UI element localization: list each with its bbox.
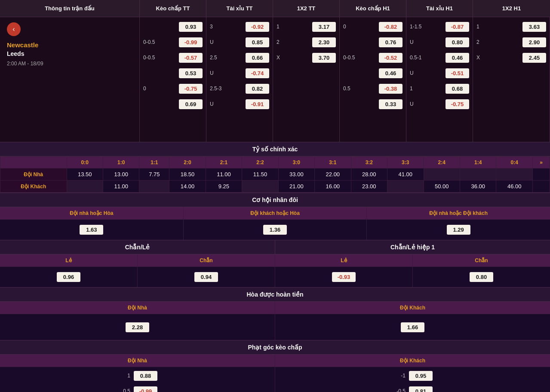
- odds-box[interactable]: -0.75: [179, 84, 203, 94]
- phatgoc-box[interactable]: 0.95: [409, 371, 433, 381]
- odds-box[interactable]: 0.93: [179, 22, 203, 32]
- score-home-label: Đội Nhà: [0, 168, 67, 181]
- score-away-cell[interactable]: 16.00: [315, 181, 351, 193]
- score-home-cell[interactable]: 33.00: [278, 168, 314, 181]
- odds-row: 0.33: [341, 97, 404, 111]
- phatgoc-box[interactable]: 0.88: [134, 371, 157, 381]
- odds-box[interactable]: -0.75: [446, 99, 469, 109]
- score-away-cell[interactable]: 11.00: [103, 181, 139, 193]
- odds-box[interactable]: -0.38: [379, 84, 403, 94]
- odds-box[interactable]: -0.51: [446, 68, 469, 78]
- score-away-cell[interactable]: 50.00: [424, 181, 460, 193]
- odds-box[interactable]: 2.30: [312, 37, 336, 47]
- odds-box[interactable]: 0.33: [379, 99, 403, 109]
- match-info-col: ‹ Newcastle Leeds 2:00 AM - 18/09: [0, 17, 140, 142]
- odds-box[interactable]: 0.53: [179, 68, 203, 78]
- double-chance-values: 1.63 1.36 1.29: [0, 220, 550, 240]
- odds-box[interactable]: 3.70: [312, 53, 336, 63]
- hoa-home-value: 2.28: [0, 314, 275, 340]
- score-home-cell[interactable]: 13.50: [67, 168, 103, 181]
- odds-box[interactable]: -0.87: [446, 22, 469, 32]
- score-away-cell[interactable]: 14.00: [169, 181, 206, 193]
- score-away-cell[interactable]: 23.00: [351, 181, 387, 193]
- odds-box[interactable]: 0.69: [179, 99, 203, 109]
- phatgoc-home-header: Đội Nhà: [0, 355, 275, 367]
- phatgoc-home: Đội Nhà 10.880.5-0.991.5-0.76: [0, 355, 275, 392]
- odds-row: 0-0.82: [341, 20, 404, 34]
- odds-box[interactable]: -0.82: [379, 22, 403, 32]
- odds-box[interactable]: 0.46: [446, 53, 469, 63]
- odds-box[interactable]: 2.90: [522, 37, 546, 47]
- header-taixiu-h1: Tài xỉu H1: [406, 0, 473, 17]
- score-away-cell: [387, 181, 424, 193]
- chanle-chan-box[interactable]: 0.94: [194, 272, 218, 282]
- dc-val-3: 1.29: [367, 220, 550, 240]
- score-away-cell[interactable]: 21.00: [278, 181, 314, 193]
- score-home-cell[interactable]: 13.00: [103, 168, 139, 181]
- keochap-h1-col: 0-0.820.760-0.5-0.520.460.5-0.380.33: [340, 17, 406, 142]
- score-home-cell[interactable]: 41.00: [387, 168, 424, 181]
- odds-box[interactable]: -0.92: [246, 22, 269, 32]
- phatgoc-row: -10.95: [277, 369, 548, 383]
- odds-box[interactable]: -0.91: [246, 99, 269, 109]
- odds-row: 13.17: [275, 20, 338, 34]
- phatgoc-box[interactable]: -0.99: [134, 386, 157, 392]
- score-home-cell[interactable]: 22.00: [315, 168, 351, 181]
- odds-label: X: [277, 55, 289, 61]
- odds-row: X3.70: [275, 51, 338, 64]
- score-header-cell: 2:0: [169, 157, 206, 168]
- odds-label: U: [210, 101, 223, 107]
- odds-box[interactable]: 0.80: [446, 37, 469, 47]
- dc-box-1[interactable]: 1.63: [80, 225, 103, 235]
- chanle-titles-row: Chẵn/Lẻ Chẵn/Lẻ hiệp 1: [0, 240, 550, 254]
- score-home-cell[interactable]: 11.50: [242, 168, 278, 181]
- odds-box[interactable]: 0.66: [246, 53, 269, 63]
- chanle-le-box[interactable]: 0.96: [57, 272, 80, 282]
- hoa-home-box[interactable]: 2.28: [126, 322, 149, 332]
- phatgoc-row: 10.88: [2, 369, 273, 383]
- header-taixiu-tt: Tài xỉu TT: [206, 0, 273, 17]
- score-home-cell[interactable]: 18.50: [169, 168, 206, 181]
- odds-label: U: [410, 39, 423, 45]
- odds-label: 0-0.5: [343, 55, 356, 61]
- hoa-away-box[interactable]: 1.66: [401, 322, 424, 332]
- back-button[interactable]: ‹: [7, 22, 21, 36]
- score-home-cell[interactable]: 7.75: [139, 168, 169, 181]
- dc-box-3[interactable]: 1.29: [447, 225, 470, 235]
- hoa-away-value: 1.66: [275, 314, 550, 340]
- phatgoc-label: -1: [393, 373, 406, 379]
- score-header-cell: 3:2: [351, 157, 387, 168]
- odds-box[interactable]: 2.45: [522, 53, 546, 63]
- score-home-cell: [496, 168, 533, 181]
- odds-box[interactable]: 0.46: [379, 68, 403, 78]
- odds-box[interactable]: 0.82: [246, 84, 269, 94]
- dc-header-3: Đội nhà hoặc Đội khách: [367, 207, 550, 219]
- score-row-label-header: [0, 157, 67, 168]
- odds-box[interactable]: -0.52: [379, 53, 403, 63]
- odds-box[interactable]: 3.17: [312, 22, 336, 32]
- chanle-main: Lẻ Chẵn 0.96 0.94: [0, 254, 275, 287]
- odds-box[interactable]: -0.99: [179, 37, 203, 47]
- score-nav-button[interactable]: »: [533, 157, 550, 168]
- score-away-cell[interactable]: 36.00: [460, 181, 496, 193]
- score-away-cell[interactable]: 46.00: [496, 181, 533, 193]
- header-1x2-h1: 1X2 H1: [473, 0, 550, 17]
- odds-box[interactable]: 0.85: [246, 37, 269, 47]
- odds-box[interactable]: 0.76: [379, 37, 403, 47]
- odds-box[interactable]: -0.74: [246, 68, 269, 78]
- odds-label: U: [410, 101, 423, 107]
- phatgoc-box[interactable]: 0.81: [409, 386, 433, 392]
- chanle-le-val: 0.96: [0, 267, 138, 287]
- odds-box[interactable]: 0.68: [446, 84, 469, 94]
- odds-box[interactable]: 3.63: [522, 22, 546, 32]
- chanle-h1-chan-box[interactable]: 0.80: [470, 272, 493, 282]
- chanle-le-header: Lẻ: [0, 254, 138, 266]
- odds-label: 1: [277, 24, 289, 30]
- odds-box[interactable]: -0.57: [179, 53, 203, 63]
- dc-box-2[interactable]: 1.36: [263, 225, 287, 235]
- score-home-cell[interactable]: 11.00: [206, 168, 242, 181]
- score-header-cell: 0:0: [67, 157, 103, 168]
- chanle-h1-le-box[interactable]: -0.93: [332, 272, 356, 282]
- score-home-cell[interactable]: 28.00: [351, 168, 387, 181]
- score-away-cell[interactable]: 9.25: [206, 181, 242, 193]
